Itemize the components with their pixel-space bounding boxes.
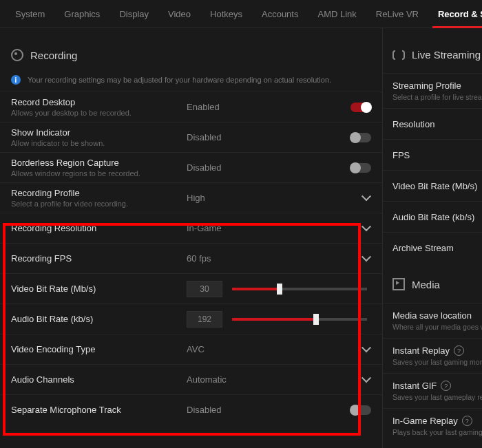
abitrate-input[interactable]: 192	[187, 311, 222, 328]
vbitrate-fill	[232, 288, 280, 290]
live-profile-sub: Select a profile for live streaming.	[392, 93, 482, 101]
row-video-bitrate: Video Bit Rate (Mb/s) 30	[0, 273, 382, 303]
record-desktop-value: Enabled	[187, 102, 220, 112]
channels-label: Audio Channels	[11, 374, 187, 385]
record-desktop-sub: Allows your desktop to be recorded.	[11, 109, 187, 117]
row-recording-resolution[interactable]: Recording Resolution In-Game	[0, 213, 382, 243]
media-item-ingame-replay[interactable]: In-Game Replay? Plays back your last gam…	[383, 408, 482, 443]
tab-accounts[interactable]: Accounts	[252, 0, 308, 28]
borderless-toggle[interactable]	[350, 163, 371, 173]
live-item-archive[interactable]: Archive Stream	[383, 232, 482, 263]
row-recording-fps[interactable]: Recording FPS 60 fps	[0, 243, 382, 273]
fps-value: 60 fps	[187, 253, 211, 264]
row-record-desktop: Record Desktop Allows your desktop to be…	[0, 92, 382, 122]
chevron-down-icon	[363, 255, 370, 262]
borderless-sub: Allows window regions to be recorded.	[11, 169, 187, 178]
tab-amd-link[interactable]: AMD Link	[308, 0, 366, 28]
tab-hotkeys[interactable]: Hotkeys	[200, 0, 252, 28]
record-desktop-toggle[interactable]	[350, 103, 371, 112]
row-show-indicator: Show Indicator Allow indicator to be sho…	[0, 122, 382, 152]
row-recording-profile[interactable]: Recording Profile Select a profile for v…	[0, 182, 382, 213]
borderless-value: Disabled	[187, 162, 222, 173]
fps-label: Recording FPS	[11, 253, 187, 264]
tab-relive-vr[interactable]: ReLive VR	[366, 0, 428, 28]
live-item-profile[interactable]: Streaming Profile Select a profile for l…	[383, 73, 482, 108]
broadcast-icon	[392, 50, 405, 60]
chevron-down-icon	[363, 346, 370, 353]
live-profile-label: Streaming Profile	[392, 81, 482, 91]
show-indicator-label: Show Indicator	[11, 127, 187, 138]
media-list: Media save location Where all your media…	[383, 303, 482, 443]
resolution-label: Recording Resolution	[11, 223, 187, 233]
live-item-vbitrate[interactable]: Video Bit Rate (Mb/s)	[383, 170, 482, 201]
vbitrate-label: Video Bit Rate (Mb/s)	[11, 284, 187, 294]
tab-record-stream[interactable]: Record & Stream	[428, 0, 482, 28]
tab-video[interactable]: Video	[158, 0, 200, 28]
profile-label: Recording Profile	[11, 188, 187, 198]
live-title: Live Streaming	[412, 49, 481, 61]
media-item-instant-gif[interactable]: Instant GIF? Saves your last gameplay re…	[383, 373, 482, 408]
chevron-down-icon	[363, 225, 370, 232]
recording-info: i Your recording settings may be adjuste…	[0, 74, 382, 92]
record-desktop-label: Record Desktop	[11, 97, 187, 107]
live-item-abitrate[interactable]: Audio Bit Rate (kb/s)	[383, 201, 482, 232]
mic-label: Separate Microphone Track	[11, 405, 187, 415]
recording-info-text: Your recording settings may be adjusted …	[28, 76, 331, 84]
mic-toggle[interactable]	[350, 405, 371, 415]
media-header: Media	[383, 263, 482, 303]
row-encoding-type[interactable]: Video Encoding Type AVC	[0, 334, 382, 364]
help-icon[interactable]: ?	[454, 345, 464, 356]
live-list: Streaming Profile Select a profile for l…	[383, 73, 482, 263]
profile-value: High	[187, 193, 205, 203]
abitrate-fill	[232, 318, 316, 321]
live-item-fps[interactable]: FPS	[383, 139, 482, 170]
recording-header: Recording	[0, 28, 382, 74]
help-icon[interactable]: ?	[441, 381, 451, 391]
row-audio-bitrate: Audio Bit Rate (kb/s) 192	[0, 303, 382, 334]
channels-value: Automatic	[187, 374, 227, 385]
media-title: Media	[412, 279, 440, 290]
tab-display[interactable]: Display	[109, 0, 158, 28]
abitrate-label: Audio Bit Rate (kb/s)	[11, 314, 187, 324]
mic-value: Disabled	[187, 405, 222, 415]
encoding-value: AVC	[187, 344, 205, 354]
show-indicator-sub: Allow indicator to be shown.	[11, 139, 187, 147]
show-indicator-value: Disabled	[187, 132, 222, 142]
show-indicator-toggle[interactable]	[350, 133, 371, 142]
chevron-down-icon	[363, 376, 370, 383]
profile-sub: Select a profile for video recording.	[11, 200, 187, 208]
row-audio-channels[interactable]: Audio Channels Automatic	[0, 364, 382, 394]
help-icon[interactable]: ?	[462, 416, 472, 426]
tab-system[interactable]: System	[6, 0, 54, 28]
encoding-label: Video Encoding Type	[11, 344, 187, 354]
recording-panel: Recording i Your recording settings may …	[0, 28, 382, 448]
vbitrate-slider[interactable]	[232, 288, 367, 290]
media-icon	[392, 278, 405, 290]
borderless-label: Borderless Region Capture	[11, 158, 187, 168]
recording-title: Recording	[30, 50, 77, 61]
vbitrate-thumb[interactable]	[277, 284, 282, 295]
row-borderless: Borderless Region Capture Allows window …	[0, 152, 382, 182]
top-tabs: System Graphics Display Video Hotkeys Ac…	[0, 0, 482, 28]
live-item-resolution[interactable]: Resolution	[383, 108, 482, 139]
media-item-instant-replay[interactable]: Instant Replay? Saves your last gaming m…	[383, 338, 482, 373]
abitrate-slider[interactable]	[232, 318, 367, 321]
right-panel: Live Streaming Streaming Profile Select …	[382, 28, 482, 448]
chevron-down-icon	[363, 195, 370, 202]
record-icon	[11, 49, 23, 61]
media-item-save-location[interactable]: Media save location Where all your media…	[383, 303, 482, 338]
abitrate-thumb[interactable]	[313, 314, 319, 325]
tab-graphics[interactable]: Graphics	[54, 0, 109, 28]
row-mic-track: Separate Microphone Track Disabled	[0, 394, 382, 425]
info-icon: i	[11, 75, 21, 85]
resolution-value: In-Game	[187, 223, 222, 233]
live-header: Live Streaming	[383, 28, 482, 73]
vbitrate-input[interactable]: 30	[187, 281, 222, 297]
